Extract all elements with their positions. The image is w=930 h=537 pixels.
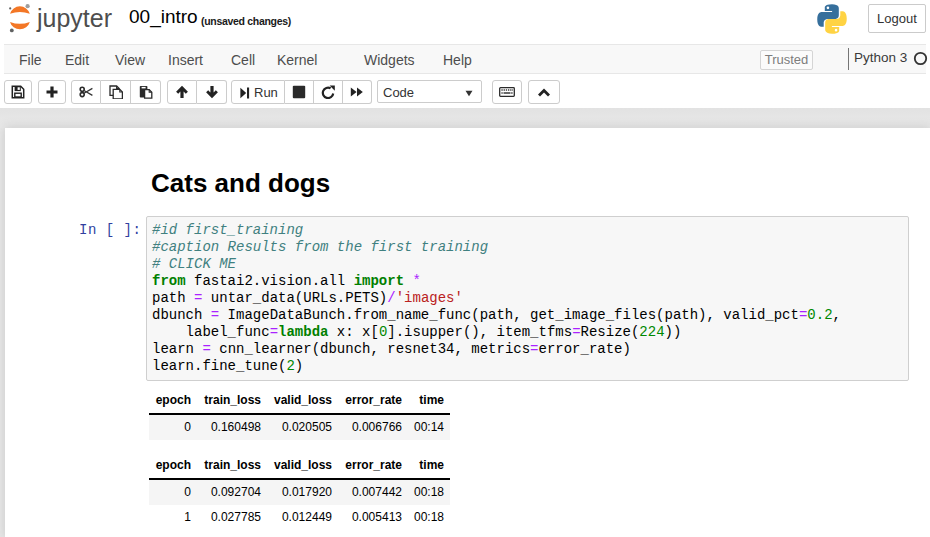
svg-text:jupyter: jupyter — [36, 4, 112, 32]
